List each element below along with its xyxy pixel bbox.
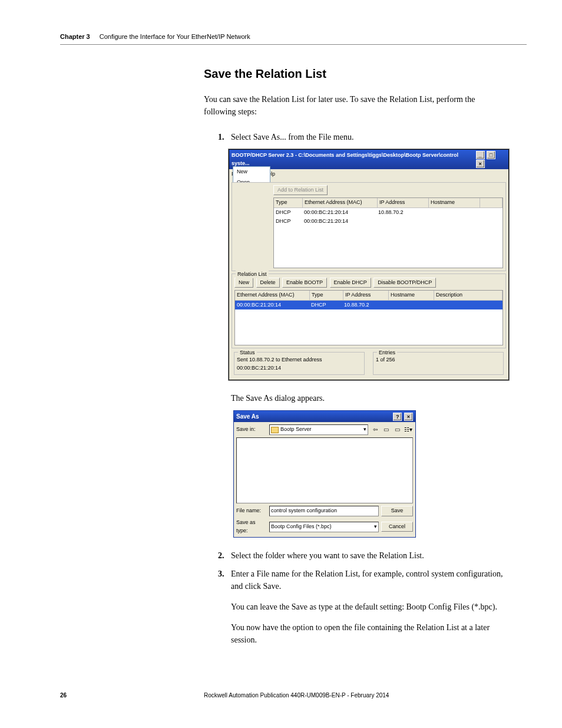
step-2: 2. Select the folder where you want to s… xyxy=(218,549,505,562)
relation-row-selected[interactable]: 00:00:BC:21:20:14 DHCP 10.88.70.2 xyxy=(235,301,503,310)
relation-new-btn[interactable]: New xyxy=(234,278,253,288)
step-3: 3. Enter a File name for the Relation Li… xyxy=(218,568,505,646)
folder-icon xyxy=(271,427,279,433)
save-type-combo[interactable]: Bootp Config Files (*.bpc) ▾ xyxy=(269,522,379,532)
step-1-text: Select Save As... from the File menu. xyxy=(231,133,353,141)
close-icon[interactable]: × xyxy=(476,160,485,168)
relation-enable-bootp-btn[interactable]: Enable BOOTP xyxy=(282,278,327,288)
chapter-title: Configure the Interface for Your EtherNe… xyxy=(100,32,250,42)
save-in-label: Save in: xyxy=(236,426,267,434)
bootp-menubar: File Tools Help xyxy=(229,169,508,180)
col-type: Type xyxy=(274,198,303,208)
save-as-dialog: Save As ? × Save in: Bootp Server ▾ xyxy=(233,410,416,538)
save-in-combo[interactable]: Bootp Server ▾ xyxy=(269,424,368,435)
intro-paragraph: You can save the Relation List for later… xyxy=(204,93,505,118)
table-row[interactable]: DHCP 00:00:BC:21:20:14 10.88.70.2 xyxy=(274,208,503,218)
save-type-value: Bootp Config Files (*.bpc) xyxy=(271,523,332,531)
chevron-down-icon[interactable]: ▾ xyxy=(374,523,377,531)
request-history-table: Type Ethernet Address (MAC) IP Address H… xyxy=(273,197,503,268)
close-icon[interactable]: × xyxy=(404,413,413,421)
chevron-down-icon[interactable]: ▾ xyxy=(363,426,366,434)
step-3-note-1: You can leave the Save as type at the de… xyxy=(231,601,505,613)
col-spacer xyxy=(480,198,503,208)
cancel-button[interactable]: Cancel xyxy=(381,522,413,532)
running-header: Chapter 3 Configure the Interface for Yo… xyxy=(60,32,527,45)
back-icon[interactable]: ⇦ xyxy=(371,425,380,434)
rcol-desc: Description xyxy=(434,291,503,301)
entries-legend: Entries xyxy=(377,349,397,357)
col-mac: Ethernet Address (MAC) xyxy=(303,198,378,208)
file-list-area[interactable] xyxy=(236,437,413,503)
save-as-title: Save As xyxy=(236,412,259,421)
relation-list-group: Relation List New Delete Enable BOOTP En… xyxy=(232,274,506,349)
status-group: Status Sent 10.88.70.2 to Ethernet addre… xyxy=(234,352,365,375)
request-history-group: Add to Relation List Type Ethernet Addre… xyxy=(232,182,506,271)
menu-new[interactable]: New xyxy=(233,167,270,177)
view-menu-icon[interactable]: ☷▾ xyxy=(404,425,413,434)
rcol-host: Hostname xyxy=(389,291,434,301)
figure-save-as-dialog: Save As ? × Save in: Bootp Server ▾ xyxy=(231,410,505,538)
chapter-label: Chapter 3 xyxy=(60,32,90,42)
entries-group: Entries 1 of 256 xyxy=(373,352,504,375)
step-3-text: Enter a File name for the Relation List,… xyxy=(231,569,503,591)
after-fig1-text: The Save As dialog appears. xyxy=(231,392,505,404)
step-number: 2. xyxy=(218,549,224,562)
relation-delete-btn[interactable]: Delete xyxy=(256,278,280,288)
relation-enable-dhcp-btn[interactable]: Enable DHCP xyxy=(330,278,371,288)
maximize-icon[interactable]: □ xyxy=(487,151,495,159)
up-icon[interactable]: ▭ xyxy=(382,425,391,434)
relation-disable-btn[interactable]: Disable BOOTP/DHCP xyxy=(373,278,436,288)
save-toolbar: ⇦ ▭ ▭ ☷▾ xyxy=(371,425,413,434)
save-in-value: Bootp Server xyxy=(280,426,312,434)
bootp-title: BOOTP/DHCP Server 2.3 - C:\Documents and… xyxy=(232,151,475,167)
save-type-label: Save as type: xyxy=(236,519,267,535)
help-icon[interactable]: ? xyxy=(393,413,402,421)
save-button[interactable]: Save xyxy=(381,506,413,516)
table-row[interactable]: DHCP 00:00:BC:21:20:14 xyxy=(274,217,503,226)
rcol-mac: Ethernet Address (MAC) xyxy=(235,291,310,301)
bootp-titlebar: BOOTP/DHCP Server 2.3 - C:\Documents and… xyxy=(229,150,508,169)
figure-bootp-window: BOOTP/DHCP Server 2.3 - C:\Documents and… xyxy=(231,149,505,380)
new-folder-icon[interactable]: ▭ xyxy=(392,425,402,434)
rcol-ip: IP Address xyxy=(343,291,389,301)
rcol-type: Type xyxy=(310,291,343,301)
entries-text: 1 of 256 xyxy=(376,356,501,364)
section-heading: Save the Relation List xyxy=(204,65,505,83)
filename-input[interactable]: control system configuration xyxy=(269,506,379,516)
col-ip: IP Address xyxy=(378,198,429,208)
body-column: Save the Relation List You can save the … xyxy=(204,65,505,652)
filename-label: File name: xyxy=(236,507,267,515)
relation-table: Ethernet Address (MAC) Type IP Address H… xyxy=(234,290,503,345)
step-number: 1. xyxy=(218,131,224,143)
status-legend: Status xyxy=(238,349,257,357)
col-host: Hostname xyxy=(429,198,480,208)
step-3-note-2: You now have the option to open the file… xyxy=(231,621,505,646)
status-text: Sent 10.88.70.2 to Ethernet address 00:0… xyxy=(237,356,362,372)
running-footer: 26 Rockwell Automation Publication 440R-… xyxy=(60,691,527,700)
filename-value: control system configuration xyxy=(271,507,337,515)
relation-list-legend: Relation List xyxy=(236,271,269,279)
step-number: 3. xyxy=(218,568,224,580)
add-to-relation-btn[interactable]: Add to Relation List xyxy=(273,185,328,196)
bootp-window: BOOTP/DHCP Server 2.3 - C:\Documents and… xyxy=(229,149,509,380)
step-1: 1. Select Save As... from the File menu.… xyxy=(218,131,505,538)
page-number: 26 xyxy=(60,691,204,700)
save-as-titlebar: Save As ? × xyxy=(234,411,415,422)
minimize-icon[interactable]: _ xyxy=(476,151,485,159)
step-2-text: Select the folder where you want to save… xyxy=(231,551,424,560)
publication-info: Rockwell Automation Publication 440R-UM0… xyxy=(204,691,527,700)
